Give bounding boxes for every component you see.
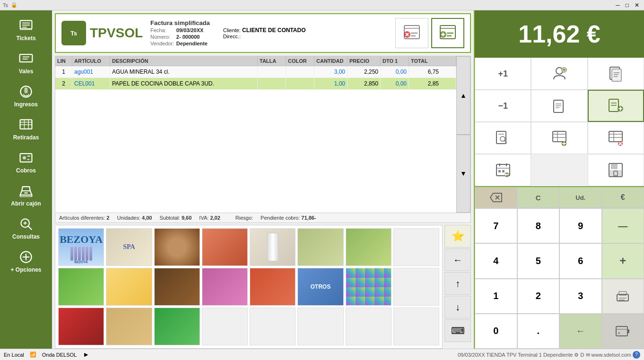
consultas-icon [18, 216, 34, 231]
sidebar-item-ingresos[interactable]: Ingresos [4, 80, 49, 111]
docs-button[interactable] [588, 58, 644, 90]
sidebar-item-label: Abrir cajón [11, 200, 41, 207]
num3-button[interactable]: 3 [559, 279, 602, 314]
product-cell[interactable] [202, 308, 248, 345]
copy-doc-button[interactable] [531, 90, 587, 122]
minimize-button[interactable]: ─ [614, 2, 622, 9]
print-button[interactable] [602, 279, 644, 314]
invoice-action-new[interactable] [431, 18, 464, 48]
product-cell[interactable] [154, 308, 200, 345]
num6-button[interactable]: 6 [559, 243, 602, 278]
calendar-button[interactable] [475, 154, 531, 186]
euro-button[interactable]: € [602, 187, 644, 208]
sidebar-item-cobros[interactable]: Cobros [4, 146, 49, 178]
minus1-button[interactable]: −1 [475, 90, 531, 122]
num8-button[interactable]: 8 [517, 208, 560, 243]
table-row[interactable]: 1 agu001 AGUA MINERAL 34 cl. 3,00 2,250 … [55, 66, 470, 78]
product-cell[interactable] [250, 268, 296, 306]
back-button[interactable]: ← [444, 249, 471, 271]
sidebar-item-abrir-cajon[interactable]: Abrir cajón [4, 180, 49, 211]
plus1-button[interactable]: +1 [475, 58, 531, 90]
num0-button[interactable]: 0 [475, 314, 517, 349]
sidebar-item-opciones[interactable]: + Opciones [4, 246, 49, 277]
product-cell[interactable] [346, 228, 392, 266]
lock-icon: 🔒 [11, 2, 17, 8]
sidebar-item-vales[interactable]: Vales [4, 47, 49, 78]
num7-button[interactable]: 7 [475, 208, 517, 243]
product-cell[interactable] [106, 268, 152, 306]
enter-button[interactable]: ← [559, 314, 602, 349]
cell-cantidad: 3,00 [314, 66, 348, 77]
col-precio: PRECIO [348, 56, 381, 66]
product-down-button[interactable]: ↓ [444, 296, 471, 318]
num9-button[interactable]: 9 [559, 208, 602, 243]
client-button[interactable] [531, 58, 587, 90]
units-button[interactable]: Ud. [559, 187, 602, 208]
scroll-down-button[interactable]: ▼ [456, 135, 470, 213]
product-cell[interactable]: SPA [106, 228, 152, 266]
table-row[interactable]: 2 CEL001 PAPEL DE COCINA DOBLE CAPA 3UD.… [55, 78, 470, 90]
sidebar-item-retiradas[interactable]: Retiradas [4, 113, 49, 145]
product-cell[interactable] [154, 268, 200, 306]
keyboard-button[interactable]: ⌨ [444, 319, 471, 342]
clear-button[interactable]: C [517, 187, 560, 208]
product-cell-otros[interactable]: OTROS [297, 268, 343, 306]
product-cell[interactable] [346, 268, 392, 306]
product-cell[interactable] [202, 268, 248, 306]
num4-button[interactable]: 4 [475, 243, 517, 278]
sidebar-item-tickets[interactable]: Tickets [4, 14, 49, 45]
help-button[interactable]: ? [633, 351, 640, 359]
invoice-details: Factura simplificada Fecha: 09/03/20XX N… [150, 19, 210, 47]
status-terminal: Terminal 1 [518, 351, 542, 357]
sidebar-item-consultas[interactable]: Consultas [4, 213, 49, 244]
charge-button[interactable] [602, 314, 644, 349]
main-container: Tickets Vales Ingresos [0, 10, 644, 349]
product-cell[interactable] [202, 228, 248, 266]
num2-button[interactable]: 2 [517, 279, 560, 314]
table-body: 1 agu001 AGUA MINERAL 34 cl. 3,00 2,250 … [55, 66, 470, 213]
scroll-up-button[interactable]: ▲ [456, 56, 470, 135]
maximize-button[interactable]: □ [624, 2, 631, 9]
product-cell[interactable] [393, 268, 439, 306]
product-cell[interactable] [297, 228, 343, 266]
svg-rect-4 [20, 54, 33, 62]
cliente-value: CLIENTE DE CONTADO [242, 27, 305, 34]
sidebar-item-label: Tickets [16, 35, 35, 42]
col-lin: LIN [55, 56, 72, 66]
status-location: En Local [4, 352, 24, 358]
favorite-button[interactable]: ⭐ [444, 225, 471, 248]
add-line-button[interactable] [531, 122, 587, 154]
svg-rect-85 [611, 163, 618, 169]
decimal-button[interactable]: . [517, 314, 560, 349]
invoice-action-cancel[interactable] [395, 18, 428, 48]
product-cell[interactable] [250, 228, 296, 266]
search-doc-button[interactable] [475, 122, 531, 154]
product-cell[interactable] [58, 268, 104, 306]
product-up-button[interactable]: ↑ [444, 272, 471, 295]
product-cell[interactable] [154, 228, 200, 266]
product-cell[interactable]: BEZOYA [58, 228, 104, 266]
product-cell[interactable] [346, 308, 392, 345]
product-cell[interactable] [297, 308, 343, 345]
product-cell[interactable] [106, 308, 152, 345]
product-cell[interactable] [393, 228, 439, 266]
articulos-label: Artículos diferentes: 2 [59, 215, 109, 221]
minus-button[interactable]: — [602, 208, 644, 243]
plus-button[interactable]: + [602, 243, 644, 278]
svg-rect-48 [554, 100, 563, 112]
active-doc-button[interactable] [588, 90, 644, 122]
num1-button[interactable]: 1 [475, 279, 517, 314]
cell-precio: 2,250 [348, 66, 381, 77]
status-play-button[interactable]: ▶ [82, 351, 90, 358]
close-button[interactable]: ✕ [633, 2, 641, 9]
status-bar: En Local 📶 Onda DELSOL ▶ 09/03/20XX TIEN… [0, 349, 644, 360]
svg-rect-69 [609, 131, 622, 142]
product-cell[interactable] [58, 308, 104, 345]
product-cell[interactable] [250, 308, 296, 345]
cancel-line-button[interactable] [588, 122, 644, 154]
invoice-type: Factura simplificada [150, 19, 210, 26]
num5-button[interactable]: 5 [517, 243, 560, 278]
backspace-button[interactable] [475, 187, 517, 208]
save-button[interactable] [588, 154, 644, 186]
product-cell[interactable] [393, 308, 439, 345]
